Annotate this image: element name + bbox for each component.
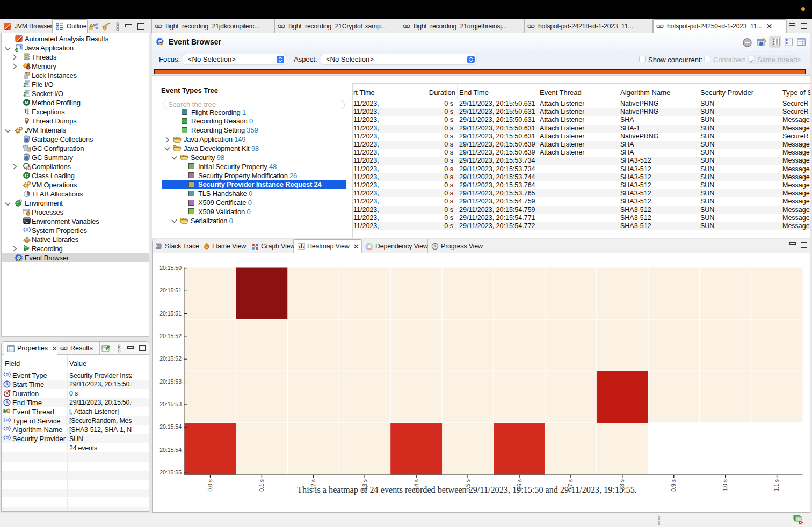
svg-text:20:15:51: 20:15:51 [160, 287, 182, 294]
svg-text:20:15:51: 20:15:51 [160, 310, 182, 317]
svg-text:J: J [19, 46, 21, 50]
svg-text:20:15:53: 20:15:53 [160, 401, 182, 407]
svg-text:M: M [25, 100, 28, 105]
svg-text:20:15:54: 20:15:54 [160, 447, 182, 453]
svg-text:20:15:52: 20:15:52 [160, 333, 182, 339]
svg-text:20:15:54: 20:15:54 [160, 423, 182, 430]
svg-text:20:15:55: 20:15:55 [160, 469, 182, 475]
svg-text:C: C [25, 173, 28, 178]
svg-text:20:15:50: 20:15:50 [160, 265, 182, 271]
svg-text:20:15:53: 20:15:53 [160, 378, 182, 385]
svg-text:010: 010 [26, 167, 31, 171]
svg-text:20:15:52: 20:15:52 [160, 355, 182, 362]
svg-text:J: J [24, 108, 26, 114]
